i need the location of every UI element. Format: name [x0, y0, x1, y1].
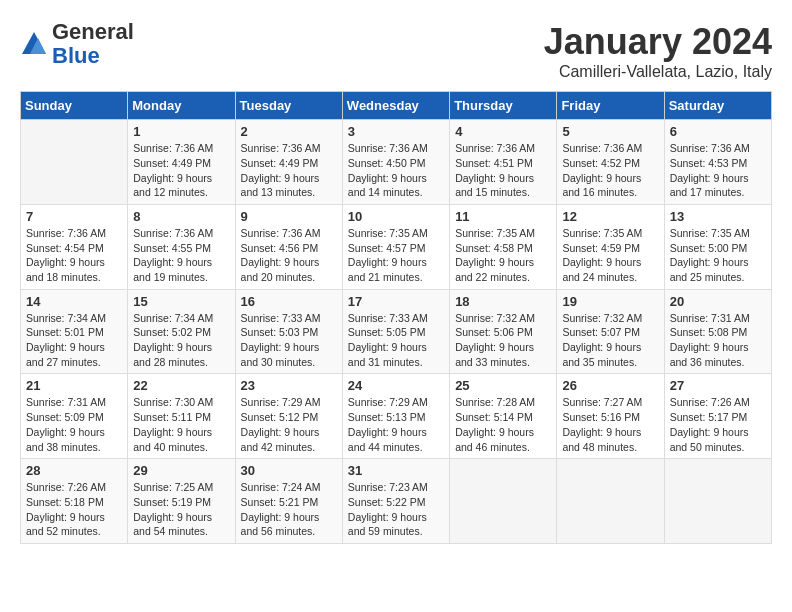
day-info: Sunrise: 7:23 AM Sunset: 5:22 PM Dayligh… — [348, 480, 444, 539]
calendar-cell: 22Sunrise: 7:30 AM Sunset: 5:11 PM Dayli… — [128, 374, 235, 459]
calendar-cell: 31Sunrise: 7:23 AM Sunset: 5:22 PM Dayli… — [342, 459, 449, 544]
page-header: General Blue January 2024 Camilleri-Vall… — [20, 20, 772, 81]
day-info: Sunrise: 7:26 AM Sunset: 5:17 PM Dayligh… — [670, 395, 766, 454]
day-number: 19 — [562, 294, 658, 309]
day-number: 20 — [670, 294, 766, 309]
day-info: Sunrise: 7:31 AM Sunset: 5:09 PM Dayligh… — [26, 395, 122, 454]
day-info: Sunrise: 7:36 AM Sunset: 4:49 PM Dayligh… — [133, 141, 229, 200]
day-number: 29 — [133, 463, 229, 478]
day-info: Sunrise: 7:33 AM Sunset: 5:03 PM Dayligh… — [241, 311, 337, 370]
day-number: 14 — [26, 294, 122, 309]
calendar-cell: 24Sunrise: 7:29 AM Sunset: 5:13 PM Dayli… — [342, 374, 449, 459]
calendar-cell: 28Sunrise: 7:26 AM Sunset: 5:18 PM Dayli… — [21, 459, 128, 544]
calendar-cell: 5Sunrise: 7:36 AM Sunset: 4:52 PM Daylig… — [557, 120, 664, 205]
day-info: Sunrise: 7:35 AM Sunset: 5:00 PM Dayligh… — [670, 226, 766, 285]
day-number: 21 — [26, 378, 122, 393]
day-info: Sunrise: 7:24 AM Sunset: 5:21 PM Dayligh… — [241, 480, 337, 539]
calendar-cell: 30Sunrise: 7:24 AM Sunset: 5:21 PM Dayli… — [235, 459, 342, 544]
calendar-cell: 6Sunrise: 7:36 AM Sunset: 4:53 PM Daylig… — [664, 120, 771, 205]
day-info: Sunrise: 7:36 AM Sunset: 4:50 PM Dayligh… — [348, 141, 444, 200]
logo: General Blue — [20, 20, 134, 68]
calendar-cell: 9Sunrise: 7:36 AM Sunset: 4:56 PM Daylig… — [235, 204, 342, 289]
day-number: 4 — [455, 124, 551, 139]
calendar-cell: 19Sunrise: 7:32 AM Sunset: 5:07 PM Dayli… — [557, 289, 664, 374]
calendar-table: SundayMondayTuesdayWednesdayThursdayFrid… — [20, 91, 772, 544]
day-number: 9 — [241, 209, 337, 224]
day-number: 13 — [670, 209, 766, 224]
calendar-cell: 13Sunrise: 7:35 AM Sunset: 5:00 PM Dayli… — [664, 204, 771, 289]
day-number: 3 — [348, 124, 444, 139]
day-header-saturday: Saturday — [664, 92, 771, 120]
day-info: Sunrise: 7:36 AM Sunset: 4:49 PM Dayligh… — [241, 141, 337, 200]
day-number: 23 — [241, 378, 337, 393]
day-info: Sunrise: 7:32 AM Sunset: 5:06 PM Dayligh… — [455, 311, 551, 370]
day-info: Sunrise: 7:31 AM Sunset: 5:08 PM Dayligh… — [670, 311, 766, 370]
day-number: 10 — [348, 209, 444, 224]
subtitle: Camilleri-Vallelata, Lazio, Italy — [544, 63, 772, 81]
day-info: Sunrise: 7:35 AM Sunset: 4:59 PM Dayligh… — [562, 226, 658, 285]
day-number: 28 — [26, 463, 122, 478]
calendar-cell: 8Sunrise: 7:36 AM Sunset: 4:55 PM Daylig… — [128, 204, 235, 289]
calendar-cell: 18Sunrise: 7:32 AM Sunset: 5:06 PM Dayli… — [450, 289, 557, 374]
title-area: January 2024 Camilleri-Vallelata, Lazio,… — [544, 20, 772, 81]
day-info: Sunrise: 7:25 AM Sunset: 5:19 PM Dayligh… — [133, 480, 229, 539]
header-row: SundayMondayTuesdayWednesdayThursdayFrid… — [21, 92, 772, 120]
day-number: 8 — [133, 209, 229, 224]
day-info: Sunrise: 7:29 AM Sunset: 5:13 PM Dayligh… — [348, 395, 444, 454]
day-number: 2 — [241, 124, 337, 139]
day-info: Sunrise: 7:36 AM Sunset: 4:52 PM Dayligh… — [562, 141, 658, 200]
day-number: 12 — [562, 209, 658, 224]
day-info: Sunrise: 7:32 AM Sunset: 5:07 PM Dayligh… — [562, 311, 658, 370]
calendar-cell: 7Sunrise: 7:36 AM Sunset: 4:54 PM Daylig… — [21, 204, 128, 289]
day-info: Sunrise: 7:36 AM Sunset: 4:54 PM Dayligh… — [26, 226, 122, 285]
calendar-cell: 16Sunrise: 7:33 AM Sunset: 5:03 PM Dayli… — [235, 289, 342, 374]
day-header-friday: Friday — [557, 92, 664, 120]
day-header-thursday: Thursday — [450, 92, 557, 120]
week-row-3: 14Sunrise: 7:34 AM Sunset: 5:01 PM Dayli… — [21, 289, 772, 374]
calendar-cell: 20Sunrise: 7:31 AM Sunset: 5:08 PM Dayli… — [664, 289, 771, 374]
day-number: 18 — [455, 294, 551, 309]
calendar-cell: 27Sunrise: 7:26 AM Sunset: 5:17 PM Dayli… — [664, 374, 771, 459]
day-info: Sunrise: 7:28 AM Sunset: 5:14 PM Dayligh… — [455, 395, 551, 454]
calendar-cell: 12Sunrise: 7:35 AM Sunset: 4:59 PM Dayli… — [557, 204, 664, 289]
day-number: 31 — [348, 463, 444, 478]
calendar-cell: 29Sunrise: 7:25 AM Sunset: 5:19 PM Dayli… — [128, 459, 235, 544]
day-header-tuesday: Tuesday — [235, 92, 342, 120]
calendar-cell — [557, 459, 664, 544]
day-number: 26 — [562, 378, 658, 393]
day-info: Sunrise: 7:34 AM Sunset: 5:02 PM Dayligh… — [133, 311, 229, 370]
calendar-cell: 23Sunrise: 7:29 AM Sunset: 5:12 PM Dayli… — [235, 374, 342, 459]
day-number: 22 — [133, 378, 229, 393]
calendar-cell: 1Sunrise: 7:36 AM Sunset: 4:49 PM Daylig… — [128, 120, 235, 205]
day-number: 25 — [455, 378, 551, 393]
day-number: 15 — [133, 294, 229, 309]
calendar-cell: 10Sunrise: 7:35 AM Sunset: 4:57 PM Dayli… — [342, 204, 449, 289]
day-info: Sunrise: 7:29 AM Sunset: 5:12 PM Dayligh… — [241, 395, 337, 454]
day-info: Sunrise: 7:36 AM Sunset: 4:55 PM Dayligh… — [133, 226, 229, 285]
logo-icon — [20, 30, 48, 58]
calendar-cell: 14Sunrise: 7:34 AM Sunset: 5:01 PM Dayli… — [21, 289, 128, 374]
day-info: Sunrise: 7:36 AM Sunset: 4:51 PM Dayligh… — [455, 141, 551, 200]
week-row-2: 7Sunrise: 7:36 AM Sunset: 4:54 PM Daylig… — [21, 204, 772, 289]
calendar-cell: 11Sunrise: 7:35 AM Sunset: 4:58 PM Dayli… — [450, 204, 557, 289]
day-header-monday: Monday — [128, 92, 235, 120]
calendar-cell: 3Sunrise: 7:36 AM Sunset: 4:50 PM Daylig… — [342, 120, 449, 205]
day-number: 24 — [348, 378, 444, 393]
day-number: 1 — [133, 124, 229, 139]
calendar-cell — [450, 459, 557, 544]
day-number: 17 — [348, 294, 444, 309]
calendar-cell: 17Sunrise: 7:33 AM Sunset: 5:05 PM Dayli… — [342, 289, 449, 374]
day-header-wednesday: Wednesday — [342, 92, 449, 120]
day-info: Sunrise: 7:35 AM Sunset: 4:57 PM Dayligh… — [348, 226, 444, 285]
calendar-cell — [664, 459, 771, 544]
calendar-cell: 25Sunrise: 7:28 AM Sunset: 5:14 PM Dayli… — [450, 374, 557, 459]
day-number: 30 — [241, 463, 337, 478]
day-header-sunday: Sunday — [21, 92, 128, 120]
calendar-cell: 4Sunrise: 7:36 AM Sunset: 4:51 PM Daylig… — [450, 120, 557, 205]
calendar-cell: 26Sunrise: 7:27 AM Sunset: 5:16 PM Dayli… — [557, 374, 664, 459]
day-info: Sunrise: 7:34 AM Sunset: 5:01 PM Dayligh… — [26, 311, 122, 370]
day-number: 6 — [670, 124, 766, 139]
day-info: Sunrise: 7:33 AM Sunset: 5:05 PM Dayligh… — [348, 311, 444, 370]
calendar-cell — [21, 120, 128, 205]
day-info: Sunrise: 7:35 AM Sunset: 4:58 PM Dayligh… — [455, 226, 551, 285]
